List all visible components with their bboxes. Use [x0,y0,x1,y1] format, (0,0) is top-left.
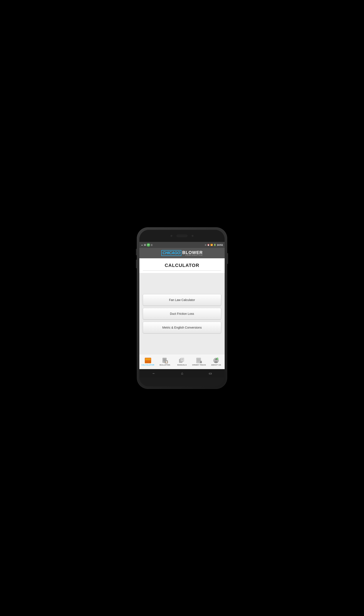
svg-rect-4 [149,361,151,362]
logo-chicago: CHICAGO [161,250,182,256]
android-nav-bar: ← ⌂ ▭ [139,369,225,378]
nav-manuals-label: MANUALS [177,364,187,366]
alarm-icon: ⏰ [207,244,209,246]
app-header: CHICAGO BLOWER CORPORATION [139,248,225,258]
fan-law-button[interactable]: Fan Law Calculator [143,294,221,306]
nav-manuals[interactable]: MANUALS [173,354,190,369]
battery-icon: 🔋 [214,244,216,246]
bottom-bezel [139,378,225,386]
svg-text:📋: 📋 [165,360,168,363]
nav-calculator-label: CALCULATOR [142,364,155,366]
aboutus-icon: ⚙ [213,357,220,364]
status-bar: ▲ 🖼 37 ||| ◇ ⏰ 📶 🔋 14:51 [139,242,225,248]
bulletins-icon: 📋 [162,357,169,364]
page-title: CALCULATOR [143,263,221,268]
svg-rect-3 [147,361,149,362]
front-camera [170,235,172,237]
signal-icon: ▲ [141,244,143,246]
ordertrack-icon [195,357,202,364]
phone-icon: ◇ [205,244,206,246]
svg-rect-5 [145,362,147,363]
logo: CHICAGO BLOWER CORPORATION [161,250,203,256]
wifi-icon: 📶 [210,244,213,246]
logo-right: BLOWER CORPORATION [182,250,203,256]
phone-device: ▲ 🖼 37 ||| ◇ ⏰ 📶 🔋 14:51 CHICAGO BLOWER … [137,227,227,389]
svg-rect-2 [145,361,147,362]
clock: 14:51 [217,244,223,246]
nav-bulletins[interactable]: 📋 BULLETINS [156,354,173,369]
phone-screen: ▲ 🖼 37 ||| ◇ ⏰ 📶 🔋 14:51 CHICAGO BLOWER … [139,230,225,386]
top-bezel [139,230,225,242]
volume-up-button [136,249,137,255]
nav-ordertrack[interactable]: ORDER TRACK [191,354,208,369]
nav-bulletins-label: BULLETINS [160,364,170,366]
home-button[interactable]: ⌂ [179,371,186,376]
image-icon: 🖼 [144,244,146,246]
bars-icon: ||| [151,244,153,246]
metric-english-button[interactable]: Metric & English Conversions [143,322,221,333]
svg-rect-1 [145,358,151,360]
back-button[interactable]: ← [149,371,158,376]
speaker [177,235,187,237]
svg-text:⚙: ⚙ [217,358,219,360]
app-content: CALCULATOR Fan Law Calculator Duct Frict… [139,258,225,354]
nav-aboutus[interactable]: ⚙ ABOUT US [208,354,225,369]
svg-rect-16 [181,358,184,361]
notification-count: 37 [147,243,150,247]
bottom-nav: CALCULATOR 📋 BULLETINS [139,354,225,369]
status-right: ◇ ⏰ 📶 🔋 14:51 [205,244,223,246]
calculator-icon [144,357,151,364]
svg-rect-7 [149,362,151,363]
logo-corp: CORPORATION [182,254,203,256]
volume-down-button [136,260,137,268]
status-left: ▲ 🖼 37 ||| [141,243,153,247]
recents-button[interactable]: ▭ [206,370,215,376]
duct-friction-button[interactable]: Duct Friction Loss [143,308,221,319]
nav-aboutus-label: ABOUT US [211,364,221,366]
menu-section: Fan Law Calculator Duct Friction Loss Me… [139,274,225,354]
nav-ordertrack-label: ORDER TRACK [192,364,206,366]
svg-rect-6 [147,362,149,363]
sensor [192,235,194,237]
power-button [227,253,228,264]
manuals-icon [179,357,185,364]
title-divider [143,270,221,271]
page-title-section: CALCULATOR [139,258,225,274]
nav-calculator[interactable]: CALCULATOR [139,354,156,369]
